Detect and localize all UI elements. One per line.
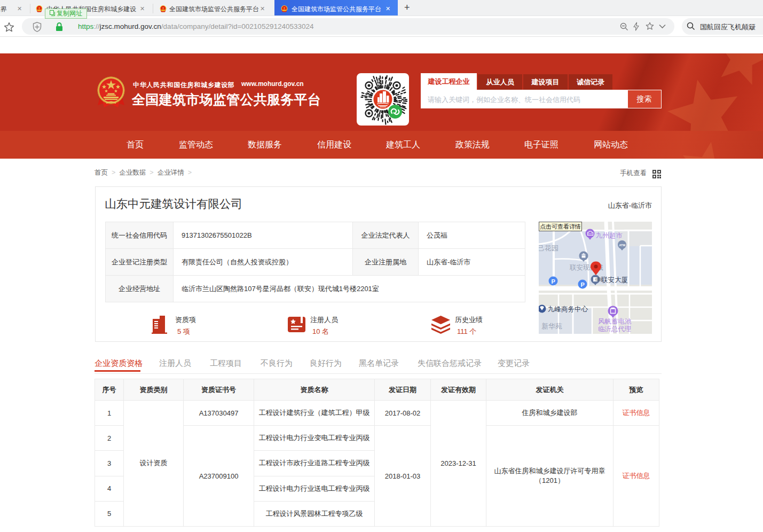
svg-text:联安大厦: 联安大厦 [601, 276, 628, 284]
svg-text:ATM: ATM [619, 244, 626, 247]
svg-text:临沂总代理: 临沂总代理 [598, 325, 632, 333]
svg-text:己花园: 己花园 [539, 244, 559, 252]
svg-text:P: P [581, 281, 585, 288]
svg-text:九州超市: 九州超市 [596, 232, 623, 239]
svg-text:P: P [552, 278, 555, 285]
svg-text:风帆蓄电池: 风帆蓄电池 [598, 318, 632, 325]
svg-text:新华苑: 新华苑 [541, 322, 562, 330]
svg-text:九峰商务中心: 九峰商务中心 [548, 306, 588, 313]
